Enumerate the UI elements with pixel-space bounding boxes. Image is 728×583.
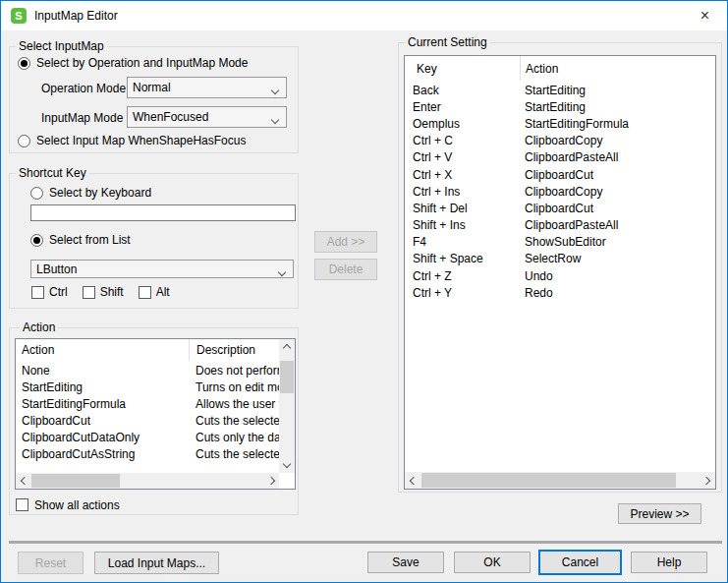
action-row[interactable]: StartEditingFormula Allows the user to [16, 395, 279, 412]
action-column-header[interactable]: Action [16, 339, 189, 361]
help-button[interactable]: Help [631, 552, 707, 573]
key-cell: Ctrl + X [405, 168, 520, 182]
modifier-label[interactable]: Shift [100, 285, 124, 299]
modifier-checkbox[interactable] [31, 286, 44, 299]
action-column-header[interactable]: Action [520, 56, 715, 81]
select-inputmap-group-title: Select InputMap [16, 39, 107, 53]
ok-button[interactable]: OK [454, 552, 531, 573]
scroll-right-icon[interactable] [700, 472, 715, 489]
chevron-down-icon [272, 112, 278, 126]
preview-button[interactable]: Preview >> [618, 503, 701, 524]
modifier-label[interactable]: Alt [156, 285, 170, 299]
keymap-row[interactable]: Enter StartEditing [405, 98, 715, 115]
action-group-title: Action [20, 321, 58, 334]
add-button[interactable]: Add >> [314, 231, 377, 253]
vscroll-thumb[interactable] [280, 361, 294, 393]
keymap-row[interactable]: Ctrl + Y Redo [405, 284, 715, 301]
window-title: InputMap Editor [34, 9, 118, 23]
operation-mode-select[interactable]: Normal [127, 77, 287, 98]
modifier-item: Shift [83, 285, 124, 299]
radio-select-from-list[interactable] [30, 234, 43, 247]
close-icon[interactable]: × [683, 1, 727, 30]
action-list-hscrollbar[interactable] [16, 473, 279, 489]
reset-button[interactable]: Reset [18, 552, 84, 574]
keymap-row[interactable]: Shift + Del ClipboardCut [405, 200, 715, 216]
radio-select-whenshapehasfocus-label[interactable]: Select Input Map WhenShapeHasFocus [36, 134, 246, 147]
action-row[interactable]: ClipboardCutDataOnly Cuts only the data [16, 429, 279, 445]
action-cell: Undo [520, 269, 715, 283]
description-column-header[interactable]: Description [189, 339, 279, 361]
delete-button[interactable]: Delete [314, 259, 377, 280]
radio-select-from-list-label[interactable]: Select from List [49, 233, 131, 247]
action-cell: ClipboardCut [16, 414, 189, 428]
description-cell: Does not perform [189, 364, 279, 378]
key-column-header[interactable]: Key [405, 56, 520, 81]
scroll-up-icon[interactable] [279, 339, 295, 354]
modifier-item: Ctrl [31, 285, 68, 299]
save-button[interactable]: Save [367, 552, 444, 573]
key-select[interactable]: LButton [30, 260, 294, 278]
show-all-actions-checkbox[interactable] [16, 498, 28, 511]
description-cell: Allows the user to [189, 397, 279, 411]
keyboard-shortcut-input[interactable] [30, 204, 296, 221]
action-row[interactable]: None Does not perform [16, 362, 279, 379]
action-cell: StartEditing [16, 380, 189, 394]
modifier-checkbox[interactable] [83, 286, 95, 299]
action-cell: None [16, 364, 189, 378]
chevron-down-icon [279, 264, 285, 278]
description-cell: Turns on edit mod [189, 380, 279, 394]
action-list-vscrollbar[interactable] [279, 339, 295, 473]
cancel-button[interactable]: Cancel [538, 550, 622, 575]
scroll-left-icon[interactable] [16, 473, 30, 489]
scroll-down-icon[interactable] [279, 458, 295, 473]
key-cell: Ctrl + Y [405, 286, 520, 300]
show-all-actions-label[interactable]: Show all actions [34, 498, 120, 512]
keymap-row[interactable]: Ctrl + V ClipboardPasteAll [405, 149, 715, 166]
radio-select-whenshapehasfocus[interactable] [18, 135, 30, 147]
action-cell: StartEditingFormula [520, 117, 715, 131]
operation-mode-label: Operation Mode [41, 82, 126, 95]
action-row[interactable]: ClipboardCutAsString Cuts the selected [16, 445, 279, 462]
key-cell: Ctrl + Z [405, 269, 520, 283]
action-cell: ClipboardCutAsString [16, 447, 189, 461]
load-input-maps-button[interactable]: Load Input Maps... [94, 552, 219, 574]
radio-select-by-operation[interactable] [18, 57, 30, 70]
scroll-right-icon[interactable] [264, 473, 279, 489]
current-setting-list: Key Action Back StartEditing Enter Start… [404, 55, 716, 490]
key-cell: Shift + Del [405, 202, 520, 215]
hscroll-thumb[interactable] [31, 474, 120, 488]
radio-select-by-keyboard[interactable] [30, 187, 43, 200]
hscroll-thumb[interactable] [421, 473, 676, 488]
action-cell: ClipboardCopy [520, 134, 715, 147]
keymap-row[interactable]: Oemplus StartEditingFormula [405, 115, 715, 132]
keymap-row[interactable]: Shift + Space SelectRow [405, 251, 715, 267]
keymap-row[interactable]: Back StartEditing [405, 82, 715, 98]
key-cell: Ctrl + C [405, 134, 520, 147]
radio-select-by-operation-label[interactable]: Select by Operation and InputMap Mode [36, 56, 248, 70]
keymap-row[interactable]: Ctrl + C ClipboardCopy [405, 133, 715, 149]
current-setting-header[interactable]: Key Action [405, 56, 715, 81]
description-cell: Cuts only the data [189, 431, 279, 444]
keymap-row[interactable]: Ctrl + X ClipboardCut [405, 166, 715, 183]
keymap-row[interactable]: Ctrl + Ins ClipboardCopy [405, 183, 715, 200]
action-cell: ClipboardCutDataOnly [16, 431, 189, 444]
key-cell: Back [405, 84, 520, 97]
radio-select-by-keyboard-label[interactable]: Select by Keyboard [49, 186, 151, 200]
keymap-row[interactable]: Ctrl + Z Undo [405, 267, 715, 284]
keymap-row[interactable]: Shift + Ins ClipboardPasteAll [405, 217, 715, 234]
footer-divider [9, 541, 722, 544]
inputmap-mode-value: WhenFocused [133, 110, 208, 124]
inputmap-mode-label: InputMap Mode [41, 111, 123, 125]
current-setting-hscrollbar[interactable] [405, 472, 715, 489]
chevron-down-icon [272, 83, 278, 96]
modifier-label[interactable]: Ctrl [49, 285, 68, 299]
modifier-checkbox[interactable] [139, 286, 151, 299]
keymap-row[interactable]: F4 ShowSubEditor [405, 234, 715, 251]
inputmap-mode-select[interactable]: WhenFocused [127, 106, 287, 128]
action-row[interactable]: ClipboardCut Cuts the selected [16, 412, 279, 429]
action-list-header[interactable]: Action Description [16, 339, 279, 361]
action-cell: ClipboardPasteAll [520, 150, 715, 164]
action-cell: ClipboardCopy [520, 185, 715, 199]
action-row[interactable]: StartEditing Turns on edit mod [16, 379, 279, 395]
scroll-left-icon[interactable] [405, 472, 420, 489]
